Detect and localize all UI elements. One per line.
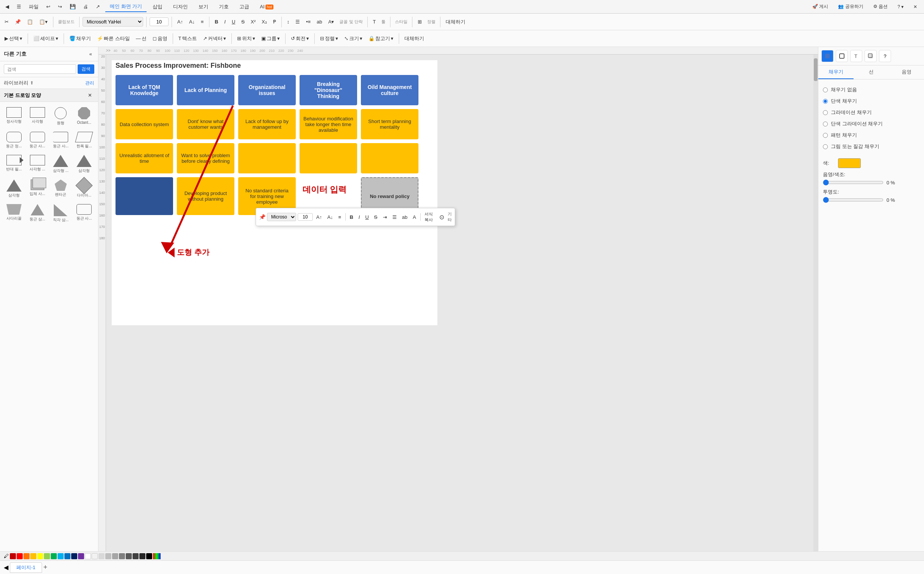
ft-more-btn[interactable]: ⊙	[437, 213, 446, 221]
ft-align[interactable]: ≡	[336, 214, 343, 221]
ft-color[interactable]: A	[411, 214, 418, 221]
palette-pin-icon[interactable]: 🖊	[3, 553, 9, 559]
rp-line-icon[interactable]	[836, 50, 848, 62]
paste-dropdown[interactable]: 📋▾	[37, 18, 50, 26]
ft-font-select[interactable]: Microso	[267, 213, 296, 221]
symbol-nav[interactable]: 기호	[214, 2, 233, 12]
shape-right-tri[interactable]: 직각 삼...	[50, 202, 72, 225]
font-size-up-button[interactable]: A↑	[175, 18, 185, 26]
text-style-button[interactable]: Ᵽ	[271, 18, 278, 26]
fill-gradient-option[interactable]: 그라데이션 채우기	[823, 107, 919, 118]
shape-tri3[interactable]: 삼각형	[3, 177, 25, 200]
post-button[interactable]: 🚀 게시	[809, 2, 832, 11]
align-button[interactable]: ≡	[199, 18, 206, 26]
page-tab-1[interactable]: 페이지-1	[10, 562, 42, 573]
shape-octagon[interactable]: Octant...	[73, 105, 95, 128]
manage-label[interactable]: 관리	[85, 80, 94, 86]
connector-tool[interactable]: ↗ 커넥터 ▾	[201, 34, 229, 43]
pal-orange[interactable]	[24, 553, 30, 559]
ft-format-copy[interactable]: 서식 복사	[423, 211, 436, 223]
bullet-button[interactable]: •≡	[304, 18, 313, 26]
pal-gray1[interactable]	[105, 553, 111, 559]
share-arrow-button[interactable]: ↗	[93, 3, 102, 10]
pal-black[interactable]	[146, 553, 152, 559]
italic-button[interactable]: I	[222, 18, 228, 26]
undo-button[interactable]: ↩	[44, 3, 53, 10]
close-button[interactable]: ✕	[910, 3, 921, 11]
pal-gray2[interactable]	[112, 553, 118, 559]
insert-nav[interactable]: 삽입	[148, 2, 167, 12]
collapse-panel-btn[interactable]: >>	[106, 49, 110, 53]
cell-oild[interactable]: Oild Management culture	[361, 75, 418, 105]
pal-green[interactable]	[51, 553, 57, 559]
shape-diamond[interactable]: 다이아...	[73, 177, 95, 200]
select-tool[interactable]: ▶ 선택 ▾	[2, 34, 25, 43]
shape-square[interactable]: 사각형	[27, 105, 49, 128]
help-button[interactable]: ? ▾	[894, 3, 907, 11]
shape-rect2[interactable]: 사각형 ...	[27, 153, 49, 176]
shape-parallelogram[interactable]: 한폭 필...	[73, 129, 95, 151]
cell-wantsolve[interactable]: Want to solve problem before clearly def…	[177, 143, 234, 173]
pal-darkblue[interactable]	[71, 553, 77, 559]
pal-darkgray1[interactable]	[126, 553, 132, 559]
color-picker[interactable]	[838, 158, 861, 168]
ft-underline[interactable]: U	[363, 214, 371, 221]
shape-pentagon[interactable]: 펜타곤	[50, 177, 72, 200]
subscript-button[interactable]: X₂	[259, 18, 269, 26]
ft-bold[interactable]: B	[348, 214, 355, 221]
pal-darkred[interactable]	[10, 553, 16, 559]
opacity-slider[interactable]	[823, 197, 883, 203]
fill-pattern-option[interactable]: 패턴 채우기	[823, 129, 919, 141]
pal-light-green[interactable]	[44, 553, 50, 559]
underline-button[interactable]: U	[230, 18, 237, 26]
ft-italic[interactable]: I	[357, 214, 362, 221]
line-tool[interactable]: — 선	[134, 34, 149, 43]
advanced-nav[interactable]: 고급	[235, 2, 254, 12]
shape-rect[interactable]: 정사각형	[3, 105, 25, 128]
redo-button[interactable]: ↪	[56, 3, 65, 10]
view-nav[interactable]: 보기	[194, 2, 213, 12]
print-button[interactable]: 🖨	[81, 3, 90, 10]
pal-white[interactable]	[85, 553, 91, 559]
rp-text-icon[interactable]: T	[850, 50, 862, 62]
pal-gradient-preview[interactable]	[153, 553, 161, 559]
replace-button[interactable]: 대체하기	[443, 17, 468, 27]
pal-lightgray2[interactable]	[98, 553, 104, 559]
shape-arrow[interactable]: 반대 필...	[3, 153, 25, 176]
pal-blue[interactable]	[65, 553, 71, 559]
sidebar-search-button[interactable]: 검색	[77, 65, 94, 74]
sidebar-collapse-button[interactable]: «	[87, 50, 94, 58]
cell-empty3[interactable]	[361, 143, 418, 173]
size-tool[interactable]: ⤡ 크기 ▾	[342, 34, 365, 43]
arrange-button[interactable]: ⊞	[415, 18, 424, 26]
group-tool[interactable]: ▣ 그룹 ▾	[259, 34, 282, 43]
fill-picture-option[interactable]: 그림 또는 질감 채우기	[823, 141, 919, 152]
save-button[interactable]: 💾	[68, 3, 78, 10]
shape-circle[interactable]: 원형	[50, 105, 72, 128]
shape-tri2[interactable]: 삼각형	[73, 153, 95, 176]
menu-icon[interactable]: ☰	[14, 3, 24, 10]
rotate-tool[interactable]: ↺ 회전 ▾	[289, 34, 311, 43]
line-spacing-button[interactable]: ↕	[285, 18, 292, 26]
cell-developing[interactable]: Developing product without planning	[177, 177, 234, 215]
cell-followup[interactable]: Lack of follow up by management	[238, 109, 296, 139]
file-label[interactable]: 파일	[27, 3, 41, 11]
pal-red[interactable]	[17, 553, 23, 559]
back-button[interactable]: ◀	[3, 3, 11, 10]
text-tool[interactable]: T 텍스트	[176, 34, 199, 43]
fill-solid-option[interactable]: 단색 채우기	[823, 95, 919, 107]
ft-list[interactable]: ☰	[390, 214, 399, 221]
rp-shadow-icon[interactable]	[864, 50, 877, 62]
cell-unrealistic[interactable]: Unrealistic allotment of time	[115, 143, 173, 173]
ft-size-up[interactable]: A↑	[314, 214, 324, 221]
shape-tri1[interactable]: 삼각형 ...	[50, 153, 72, 176]
close-shapes-button[interactable]: ✕	[85, 91, 94, 99]
shadow-slider[interactable]	[823, 180, 883, 186]
bold-button[interactable]: B	[213, 18, 221, 26]
cell-shortterm[interactable]: Short term planning mentality	[361, 109, 418, 139]
rp-tab-fill[interactable]: 채우기	[818, 66, 853, 79]
cell-customer[interactable]: Dont' know what customer wants	[177, 109, 234, 139]
pal-purple[interactable]	[78, 553, 84, 559]
shape-trapezoid[interactable]: 사다리꼴	[3, 202, 25, 225]
case-button[interactable]: ab	[314, 18, 324, 26]
